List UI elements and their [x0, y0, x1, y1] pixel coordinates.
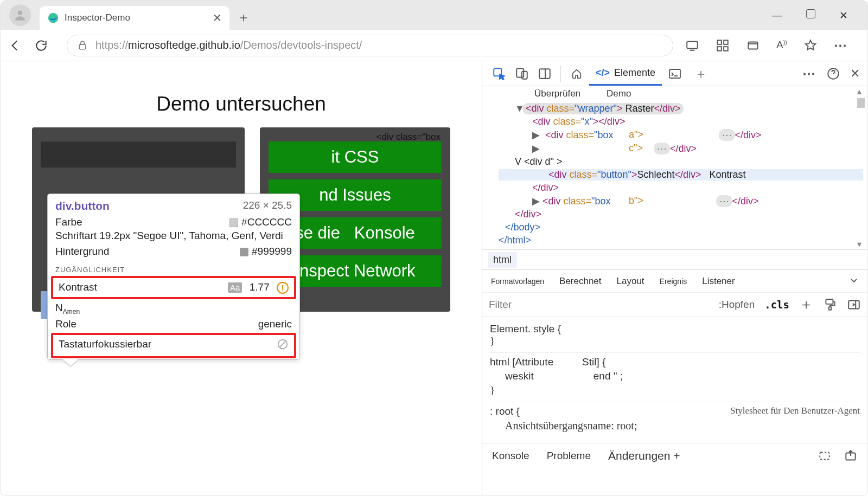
main-split: Demo untersuchen Bad Contrast <div class… — [1, 61, 867, 496]
tooltip-contrast-label: Kontrast — [59, 281, 97, 294]
drawer-tab-console[interactable]: Konsole — [492, 450, 529, 462]
close-window-icon[interactable]: ✕ — [839, 9, 848, 22]
lock-icon — [77, 40, 88, 51]
tab-layout[interactable]: Layout — [617, 276, 644, 287]
box-overlay-label: <div class="box — [376, 132, 441, 143]
styles-filter-input[interactable] — [489, 299, 709, 311]
drawer-tab-issues[interactable]: Probleme — [547, 450, 591, 462]
svg-rect-8 — [748, 42, 757, 49]
tooltip-selector: div.button — [55, 199, 110, 212]
tooltip-color-label: Farbe — [55, 216, 82, 228]
css-button[interactable]: it CSS — [269, 141, 442, 173]
svg-rect-3 — [687, 41, 698, 48]
drawer-errors-icon[interactable] — [818, 449, 832, 463]
svg-rect-12 — [522, 71, 527, 79]
console-icon — [668, 68, 681, 79]
help-icon[interactable] — [826, 67, 840, 81]
svg-rect-11 — [516, 68, 524, 77]
devtools-drawer: Konsole Probleme Änderungen + — [482, 443, 867, 468]
svg-rect-5 — [724, 40, 728, 44]
svg-rect-14 — [669, 69, 680, 78]
maximize-icon[interactable] — [806, 9, 815, 22]
page-title: Demo untersuchen — [1, 61, 482, 115]
favorite-icon[interactable] — [803, 38, 818, 53]
tooltip-bg-label: Hintergrund — [55, 246, 109, 257]
tab-title: Inspector-Demo — [65, 12, 130, 23]
tab-styles[interactable]: Formatvorlagen — [491, 277, 544, 286]
edge-icon — [47, 12, 59, 24]
tooltip-name-label: NAmen — [55, 302, 80, 315]
svg-rect-16 — [826, 299, 833, 304]
warning-icon: ! — [277, 282, 289, 294]
styles-filter-row: :Hopfen .cls ＋ — [482, 293, 867, 317]
devtools-toolbar: </> Elemente ＋ ✕ — [482, 61, 867, 86]
svg-rect-4 — [717, 40, 722, 44]
tooltip-font: Schriftart 19.2px "Segoe UI", Tahoma, Ge… — [48, 230, 299, 244]
tab-event[interactable]: Ereignis — [660, 277, 687, 286]
address-bar: https://microsoftedge.github.io/Demos/de… — [1, 30, 867, 61]
ua-stylesheet-label: Stylesheet für Den Benutzer-Agent — [730, 405, 860, 416]
rendered-page: Demo untersuchen Bad Contrast <div class… — [1, 61, 482, 496]
tooltip-keyboard-label: Tastaturfokussierbar — [59, 338, 151, 353]
hov-toggle[interactable]: :Hopfen — [719, 299, 755, 311]
tooltip-role-label: Role — [55, 318, 76, 330]
paint-icon[interactable] — [823, 298, 837, 312]
tooltip-keyboard-highlight: Tastaturfokussierbar — [51, 333, 296, 358]
tab-elements[interactable]: </> Elemente — [589, 62, 662, 86]
close-devtools-icon[interactable]: ✕ — [850, 67, 860, 81]
breadcrumb-html[interactable]: html — [488, 252, 517, 268]
new-tab-button[interactable]: ＋ — [237, 9, 250, 26]
cls-toggle[interactable]: .cls — [764, 299, 789, 311]
svg-point-1 — [48, 13, 58, 23]
no-icon — [277, 338, 289, 353]
qr-icon[interactable] — [716, 38, 730, 53]
minimize-icon[interactable]: — — [772, 9, 782, 22]
inspect-element-toggle[interactable] — [492, 67, 506, 81]
dom-tree[interactable]: ÜberprüfenDemo ▼<div class="wrapper"> Ra… — [482, 86, 867, 249]
tab-listener[interactable]: Listener — [702, 276, 735, 287]
tab-actions-icon[interactable] — [746, 38, 760, 53]
tooltip-contrast-value: Aa 1.77 ! — [228, 281, 289, 294]
refresh-button[interactable] — [34, 38, 48, 53]
svg-rect-19 — [820, 452, 829, 459]
tab-computed[interactable]: Berechnet — [559, 276, 602, 287]
url-text: https://microsoftedge.github.io/Demos/de… — [95, 39, 362, 51]
dock-side-icon[interactable] — [538, 67, 552, 81]
svg-rect-7 — [724, 47, 728, 51]
svg-rect-17 — [829, 307, 831, 310]
browser-tab[interactable]: Inspector-Demo ✕ — [40, 6, 229, 30]
drawer-tab-changes[interactable]: Änderungen + — [608, 449, 680, 462]
tooltip-a11y-header: ZUGÄNGLICHKEIT — [48, 259, 299, 275]
back-button[interactable] — [8, 38, 22, 53]
url-field[interactable]: https://microsoftedge.github.io/Demos/de… — [67, 35, 673, 56]
more-menu-icon[interactable] — [834, 38, 848, 53]
dom-scrollbar[interactable]: ▴▾ — [856, 86, 866, 249]
styles-rules[interactable]: Element. style { } html [Attribute Stil]… — [482, 317, 867, 443]
add-rule-icon[interactable]: ＋ — [799, 295, 813, 314]
tooltip-role-value: generic — [258, 318, 292, 330]
svg-rect-13 — [539, 69, 550, 78]
tab-add[interactable]: ＋ — [688, 60, 714, 88]
cast-icon[interactable] — [685, 38, 699, 53]
svg-rect-6 — [717, 47, 722, 51]
tab-welcome[interactable] — [564, 62, 589, 85]
tooltip-color-value: #CCCCCC — [229, 216, 292, 228]
profile-avatar[interactable] — [9, 4, 31, 26]
breadcrumbs[interactable]: html — [482, 249, 867, 270]
svg-point-0 — [18, 10, 23, 15]
read-aloud-icon[interactable]: A)) — [776, 39, 787, 51]
dom-row-selected[interactable]: <div class="button">Schlecht</div> Kontr… — [499, 169, 863, 181]
expand-icon[interactable] — [849, 276, 859, 287]
inspect-tooltip: div.button 226 × 25.5 Farbe #CCCCCC Schr… — [47, 194, 300, 360]
dom-row-d[interactable]: V <div d" > — [499, 156, 863, 168]
code-icon: </> — [596, 67, 610, 79]
devtools-more-icon[interactable] — [802, 66, 816, 81]
sidebar-toggle-icon[interactable] — [847, 298, 861, 312]
close-tab-icon[interactable]: ✕ — [213, 11, 222, 24]
home-icon — [571, 68, 583, 80]
device-emulation-toggle[interactable] — [515, 67, 529, 81]
titlebar: Inspector-Demo ✕ ＋ — ✕ — [1, 1, 867, 30]
tab-console-icon[interactable] — [662, 63, 688, 85]
tooltip-bg-value: #999999 — [240, 246, 292, 257]
drawer-expand-icon[interactable] — [844, 449, 858, 463]
